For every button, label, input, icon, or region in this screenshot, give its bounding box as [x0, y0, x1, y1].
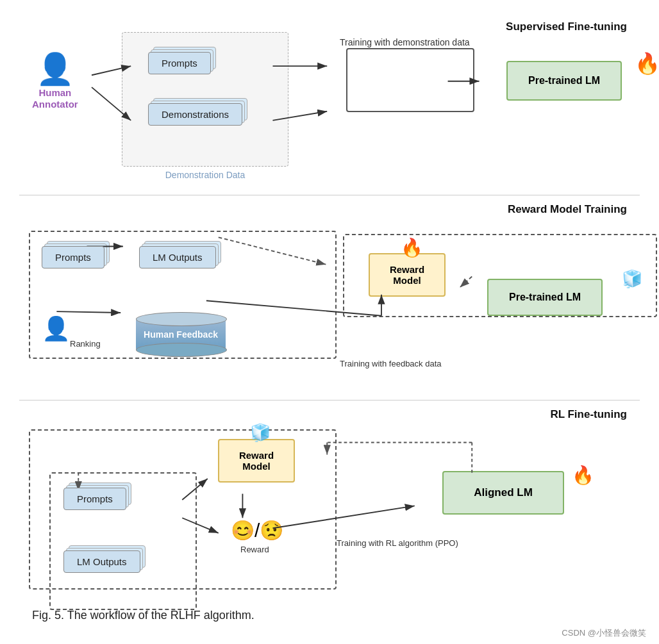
demonstrations-stack: Demonstrations	[148, 103, 242, 126]
lm-outputs-paper-s2: LM Outputs	[139, 246, 216, 268]
ice-icon-s2: 🧊	[622, 269, 642, 289]
human-feedback-text: Human Feedback	[144, 329, 218, 340]
prompts-stack-s2: Prompts	[42, 246, 104, 268]
watermark: CSDN @小怪兽会微笑	[562, 627, 646, 639]
s2-outer-dashed: Prompts LM Outputs 👤 Ranking Human Fe	[29, 231, 337, 359]
section1-title: Supervised Fine-tuning	[506, 21, 627, 33]
prompts-stack-s3: Prompts	[63, 488, 126, 510]
arrows-s1	[19, 13, 640, 195]
prompts-paper: Prompts	[148, 52, 211, 74]
training-text-s1: Training with demonstration data	[340, 37, 470, 47]
feedback-text: Training with feedback data	[340, 359, 442, 368]
ice-icon-s3: 🧊	[250, 423, 271, 443]
aligned-lm: Aligned LM	[442, 471, 564, 515]
reward-model-text-s3: RewardModel	[239, 450, 274, 472]
demonstrations-paper: Demonstrations	[148, 103, 242, 126]
pretrained-lm-box-s1: Pre-trained LM	[506, 61, 622, 101]
lm-outputs-label: LM Outputs	[139, 246, 216, 268]
s3-inner-dashed: Prompts LM Outputs	[49, 472, 197, 610]
section3-title: RL Fine-tuning	[550, 408, 627, 421]
fire-icon-s1: 🔥	[635, 51, 659, 76]
aligned-lm-box: Aligned LM	[442, 471, 564, 515]
demonstrations-label: Demonstrations	[148, 103, 242, 126]
pretrained-lm-s1: Pre-trained LM	[506, 61, 622, 101]
demo-data-box: Prompts Demonstrations Demonstration Dat…	[122, 32, 288, 167]
pretrained-lm-label-s1: Pre-trained LM	[528, 75, 600, 86]
reward-model-s3: RewardModel 🧊	[218, 439, 295, 483]
rl-training-text: Training with RL algorithm (PPO)	[337, 538, 458, 548]
reward-emoji: 😊/😟	[231, 519, 283, 541]
prompts-paper-s3: Prompts	[63, 488, 126, 510]
process-box-s1	[346, 48, 474, 112]
section2-title: Reward Model Training	[508, 203, 627, 216]
fire-icon-s3: 🔥	[572, 465, 594, 486]
prompts-label-s1: Prompts	[148, 52, 211, 74]
human-annotator-label: HumanAnnotator	[32, 87, 78, 110]
lm-outputs-stack-s2: LM Outputs	[139, 246, 216, 268]
section3: RL Fine-tuning Prompts	[19, 400, 640, 599]
prompts-paper-s2: Prompts	[42, 246, 104, 268]
section2: Reward Model Training Prompts LM Outputs	[19, 195, 640, 400]
human-icon-s2: 👤	[42, 315, 71, 342]
human-feedback-cylinder: Human Feedback	[136, 318, 226, 353]
prompts-stack-s1: Prompts	[148, 52, 211, 74]
pretrained-lm-s2: Pre-trained LM	[487, 279, 603, 316]
cylinder-shape: Human Feedback	[136, 318, 226, 351]
ranking-label: Ranking	[70, 339, 101, 349]
human-icon: 👤	[32, 51, 78, 87]
demo-data-label: Demonstration Data	[165, 170, 246, 180]
reward-model-box-s3: RewardModel	[218, 439, 295, 483]
prompts-label-s3: Prompts	[63, 488, 126, 510]
lm-outputs-label-s3: LM Outputs	[63, 550, 140, 573]
human-annotator: 👤 HumanAnnotator	[32, 51, 78, 110]
pretrained-lm-label-s2: Pre-trained LM	[509, 292, 581, 302]
section1: Supervised Fine-tuning 👤 HumanAnnotator …	[19, 13, 640, 195]
lm-outputs-stack-s3: LM Outputs	[63, 550, 140, 573]
prompts-label-s2: Prompts	[42, 246, 104, 268]
reward-label: Reward	[240, 545, 269, 554]
main-container: Supervised Fine-tuning 👤 HumanAnnotator …	[0, 0, 659, 638]
lm-outputs-paper-s3: LM Outputs	[63, 550, 140, 573]
pretrained-lm-box-s2: Pre-trained LM	[487, 279, 603, 316]
